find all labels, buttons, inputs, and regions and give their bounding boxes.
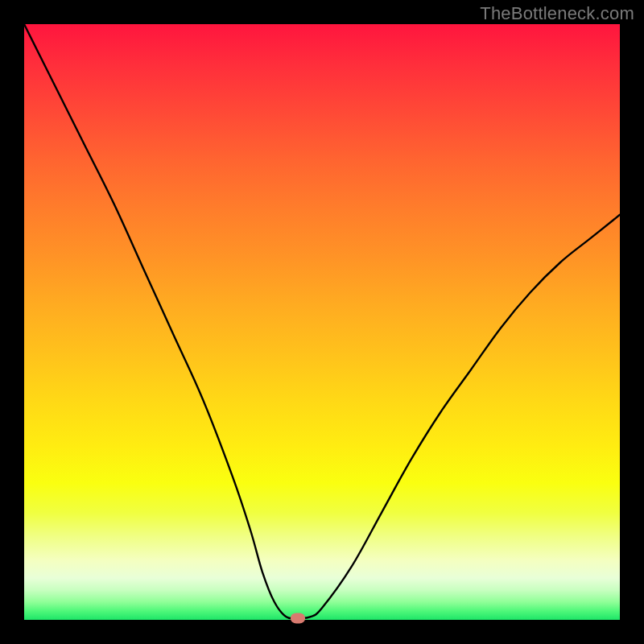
watermark-label: TheBottleneck.com (480, 3, 634, 24)
bottleneck-curve (24, 24, 620, 620)
plot-area (24, 24, 620, 620)
chart-frame: TheBottleneck.com (0, 0, 644, 644)
optimal-point-marker (291, 613, 305, 623)
